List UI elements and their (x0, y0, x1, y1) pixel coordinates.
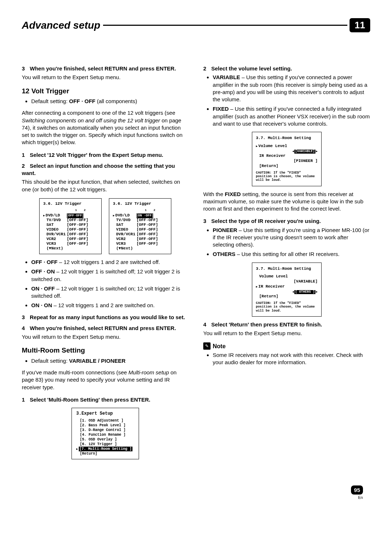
step-number: 2 (203, 65, 211, 72)
step-2-body: This should be the input function, that … (22, 178, 189, 193)
trigger-options: OFF · OFF – 12 volt triggers 1 and 2 are… (22, 259, 189, 309)
page-language: En (22, 495, 363, 500)
osd-title: 3.7. Multi-Room Setting (256, 136, 318, 141)
opt-others: OTHERS – Use this setting for all other … (213, 251, 370, 258)
chapter-number: 11 (350, 18, 370, 32)
opt-fixed: FIXED – Use this setting if you've conne… (213, 105, 370, 127)
default-setting-list: Default setting: VARIABLE / PIONEER (22, 357, 189, 365)
opt-on-on: ON · ON – 12 volt triggers 1 and 2 are s… (31, 302, 189, 309)
menu-item: [2. Bass Peak Level ] (80, 423, 134, 428)
default-setting-item: Default setting: VARIABLE / PIONEER (31, 357, 189, 365)
note-text: Some IR receivers may not work with this… (213, 351, 370, 366)
osd-multiroom-volume: 3.7. Multi-Room Setting Volume Level [VA… (252, 132, 322, 186)
osd-values: 1 2 OFF·OFF [OFF·OFF] [OFF·OFF] [OFF·OFF… (67, 208, 94, 251)
osd-expert-setup: 3.Expert Setup [1. OSD Adjustment ] [2. … (72, 408, 139, 459)
osd-menu-title: 3.Expert Setup (76, 411, 134, 417)
fixed-paragraph: With the FIXED setting, the source is se… (203, 191, 370, 213)
step-3-12v-heading: 3Repeat for as many input functions as y… (22, 314, 189, 321)
page-container: Advanced setup 11 3When you're finished,… (0, 0, 392, 518)
osd-12v-row: 3.6. 12V Trigger DVD/LD TV/DVD SAT VIDEO… (22, 198, 189, 254)
step-number: 2 (22, 162, 30, 170)
menu-item: [4. Function Rename ] (80, 432, 134, 437)
opt-off-off: OFF · OFF – 12 volt triggers 1 and 2 are… (31, 259, 189, 266)
osd-12v-right: 3.6. 12V Trigger DVD/LD TV/DVD SAT VIDEO… (109, 198, 171, 254)
header-divider (103, 25, 347, 26)
osd-vol-label: Volume Level (256, 144, 318, 149)
step-3-body: You will return to the Expert Setup menu… (22, 74, 189, 81)
step-number: 3 (22, 314, 30, 321)
step-3-heading: 3When you're finished, select RETURN and… (22, 65, 189, 72)
volume-options: VARIABLE – Use this setting if you've co… (203, 74, 370, 127)
step-number: 3 (22, 65, 30, 72)
osd-vol-value: [VARIABLE] (294, 150, 315, 154)
step-4-return-heading: 4Select 'Return' then press ENTER to fin… (203, 321, 370, 328)
default-setting-list: Default setting: OFF · OFF (all componen… (22, 98, 189, 105)
opt-off-on: OFF · ON – 12 volt trigger 1 is switched… (31, 268, 189, 283)
osd-return: [Return] (256, 294, 318, 299)
osd-caution: CAUTION: If the "FIXED" position is chos… (256, 301, 318, 313)
step-number: 1 (22, 151, 30, 159)
osd-return: [Return] (256, 164, 318, 169)
osd-values: 1 2 ON ·OFF [OFF·OFF] [OFF·OFF] [OFF·OFF… (136, 208, 164, 251)
osd-ir-value: [PIONEER ] (256, 159, 318, 164)
right-column: 2Select the volume level setting. VARIAB… (203, 65, 370, 464)
osd-labels: DVD/LD TV/DVD SAT VIDEO DVR/VCR1 VCR2 VC… (43, 208, 67, 251)
step-3-ir-heading: 3Select the type of IR receiver you're u… (203, 217, 370, 225)
step-4-12v-heading: 4When you're finished, select RETURN and… (22, 325, 189, 332)
osd-caution: CAUTION: If the "FIXED" position is chos… (256, 171, 318, 182)
osd-ir-value: [ OTHERS ] (294, 290, 315, 294)
menu-item-selected: [7. Multi-Room Setting ] (76, 447, 134, 451)
step-number: 1 (22, 396, 30, 403)
step-2-heading: 2Select an input function and choose the… (22, 162, 189, 177)
footer: 95 En (22, 485, 370, 500)
section-12v-title: 12 Volt Trigger (22, 86, 189, 96)
opt-pioneer: PIONEER – Use this setting if you're usi… (213, 227, 370, 249)
section-multiroom-title: Multi-Room Setting (22, 346, 189, 355)
menu-item: [6. 12V Trigger ] (80, 442, 134, 447)
page-number: 95 (351, 485, 363, 495)
osd-title: 3.6. 12V Trigger (113, 202, 167, 206)
osd-12v-left: 3.6. 12V Trigger DVD/LD TV/DVD SAT VIDEO… (39, 198, 102, 254)
ir-options: PIONEER – Use this setting if you're usi… (203, 227, 370, 258)
section-12v-intro: After connecting a component to one of t… (22, 109, 189, 146)
osd-multiroom-ir: 3.7. Multi-Room Setting Volume Level [VA… (252, 263, 322, 317)
section-mr-intro: If you've made multi-room connections (s… (22, 369, 189, 391)
pencil-icon: ✎ (203, 342, 211, 350)
note-heading: ✎ Note (203, 342, 370, 350)
page-header: Advanced setup 11 (22, 18, 370, 32)
osd-title: 3.7. Multi-Room Setting (256, 267, 318, 272)
osd-vol-value: [VARIABLE] (256, 279, 318, 284)
opt-on-off: ON · OFF – 12 volt trigger 1 is switched… (31, 285, 189, 300)
step-4-return-body: You will return to the Expert Setup menu… (203, 330, 370, 337)
osd-vol-label: Volume Level (256, 274, 318, 279)
step-2-vol-heading: 2Select the volume level setting. (203, 65, 370, 72)
menu-return: [Return] (80, 451, 134, 456)
header-title: Advanced setup (22, 20, 100, 31)
menu-item: [3. D-Range Control ] (80, 428, 134, 432)
menu-item: [1. OSD Adjustment ] (80, 418, 134, 423)
content-columns: 3When you're finished, select RETURN and… (22, 65, 370, 464)
note-label: Note (213, 342, 226, 350)
step-number: 3 (203, 217, 211, 225)
step-1-mr-heading: 1Select 'Multi-Room Setting' then press … (22, 396, 189, 403)
osd-ir-label: IR Receiver (256, 284, 318, 289)
osd-ir-label: IR Receiver (256, 154, 318, 159)
step-number: 4 (22, 325, 30, 332)
step-1-heading: 1Select '12 Volt Trigger' from the Exper… (22, 151, 189, 159)
osd-title: 3.6. 12V Trigger (43, 202, 98, 206)
left-column: 3When you're finished, select RETURN and… (22, 65, 189, 464)
osd-labels: DVD/LD TV/DVD SAT VIDEO DVR/VCR1 VCR2 VC… (113, 208, 136, 251)
default-setting-item: Default setting: OFF · OFF (all componen… (31, 98, 189, 105)
step-number: 4 (203, 321, 211, 328)
step-4-12v-body: You will return to the Expert Setup menu… (22, 333, 189, 341)
note-list: Some IR receivers may not work with this… (203, 351, 370, 366)
menu-item: [5. OSD Overlay ] (80, 437, 134, 442)
opt-variable: VARIABLE – Use this setting if you've co… (213, 74, 370, 103)
